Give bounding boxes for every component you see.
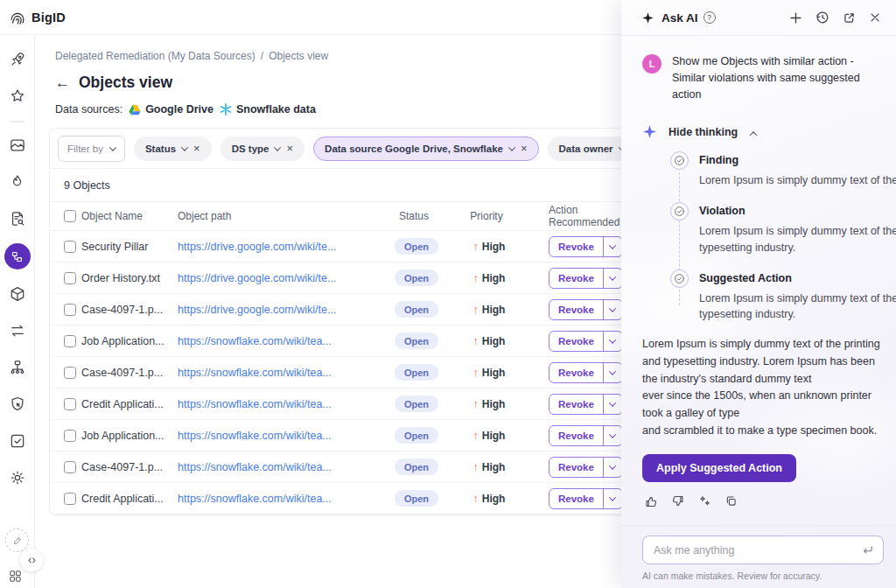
chevron-down-icon[interactable] (274, 144, 281, 150)
object-path-link[interactable]: https://snowflake.com/wiki/tea... (178, 430, 381, 442)
document-search-icon[interactable] (0, 206, 35, 231)
object-path-link[interactable]: https://snowflake.com/wiki/tea... (178, 367, 381, 379)
filter-chip[interactable]: Data source Google Drive, Snowflake × (313, 136, 538, 161)
sitemap-icon[interactable] (0, 355, 35, 380)
revoke-split-button[interactable]: Revoke (549, 236, 623, 257)
revoke-button-label[interactable]: Revoke (550, 363, 603, 382)
object-name: Case-4097-1.p... (81, 304, 178, 316)
history-icon[interactable] (816, 10, 830, 24)
table-row: Job Application... https://snowflake.com… (50, 326, 643, 357)
table-row: Case-4097-1.p... https://snowflake.com/w… (50, 357, 643, 388)
revoke-split-button[interactable]: Revoke (549, 488, 623, 509)
action-dropdown-caret[interactable] (603, 300, 622, 319)
revoke-button-label[interactable]: Revoke (550, 395, 603, 414)
action-dropdown-caret[interactable] (603, 363, 622, 382)
revoke-split-button[interactable]: Revoke (549, 425, 623, 446)
edit-pencil-icon[interactable] (5, 528, 29, 552)
open-in-new-icon[interactable] (843, 11, 856, 24)
flame-icon[interactable] (0, 170, 35, 194)
action-dropdown-caret[interactable] (603, 395, 622, 414)
hide-thinking-toggle[interactable]: Hide thinking (642, 124, 896, 139)
ask-me-anything-input[interactable] (654, 544, 861, 556)
action-dropdown-caret[interactable] (603, 426, 622, 445)
ask-ai-header: Ask AI ? (621, 0, 896, 36)
star-icon[interactable] (0, 84, 35, 108)
revoke-button-label[interactable]: Revoke (550, 489, 603, 508)
back-arrow-icon[interactable]: ← (55, 75, 70, 90)
revoke-split-button[interactable]: Revoke (549, 331, 623, 352)
thumbs-up-icon[interactable] (644, 494, 658, 508)
shield-cursor-icon[interactable] (0, 392, 35, 416)
row-checkbox[interactable] (64, 461, 76, 473)
row-checkbox[interactable] (64, 367, 76, 379)
action-dropdown-caret[interactable] (603, 332, 622, 351)
revoke-button-label[interactable]: Revoke (550, 269, 603, 288)
remove-filter-icon[interactable]: × (286, 142, 293, 155)
breadcrumb-current[interactable]: Objects view (269, 50, 328, 62)
remove-filter-icon[interactable]: × (193, 142, 200, 155)
remediation-workflow-icon[interactable] (0, 243, 35, 270)
action-dropdown-caret[interactable] (603, 237, 622, 256)
cube-icon[interactable] (0, 282, 35, 306)
enter-key-icon[interactable] (861, 543, 874, 556)
status-badge: Open (395, 490, 438, 507)
step-text: Lorem Ipsum is simply dummy text of the … (699, 223, 896, 240)
copy-icon[interactable] (724, 494, 738, 508)
picture-icon[interactable] (0, 133, 35, 158)
revoke-split-button[interactable]: Revoke (549, 394, 623, 415)
close-icon[interactable] (869, 11, 881, 24)
revoke-button-label[interactable]: Revoke (550, 300, 603, 319)
row-checkbox[interactable] (64, 398, 76, 410)
object-path-link[interactable]: https://drive.google.com/wiki/te... (178, 304, 381, 316)
select-all-checkbox[interactable] (64, 210, 76, 222)
object-path-link[interactable]: https://drive.google.com/wiki/te... (178, 272, 381, 284)
checkbox-task-icon[interactable] (0, 429, 35, 453)
transfer-arrows-icon[interactable] (0, 318, 35, 343)
chevron-down-icon[interactable] (508, 144, 515, 150)
gear-icon[interactable] (0, 466, 35, 490)
priority-label: High (482, 430, 506, 442)
revoke-button-label[interactable]: Revoke (550, 458, 603, 477)
row-checkbox[interactable] (64, 335, 76, 347)
chevron-down-icon[interactable] (181, 144, 188, 150)
action-dropdown-caret[interactable] (603, 458, 622, 477)
filter-by-dropdown[interactable]: Filter by (58, 136, 125, 162)
thumbs-down-icon[interactable] (671, 494, 685, 508)
row-checkbox[interactable] (64, 241, 76, 253)
step-text: Lorem Ipsum is simply dummy text of the … (699, 172, 896, 189)
object-path-link[interactable]: https://snowflake.com/wiki/tea... (178, 335, 381, 347)
object-path-link[interactable]: https://snowflake.com/wiki/tea... (178, 398, 381, 410)
priority-cell: ↑ High (452, 461, 526, 473)
filter-chip-label: DS type (232, 144, 270, 154)
priority-up-arrow-icon: ↑ (473, 398, 479, 410)
revoke-button-label[interactable]: Revoke (550, 426, 603, 445)
object-path-link[interactable]: https://snowflake.com/wiki/tea... (178, 493, 381, 505)
app-grid-icon[interactable] (8, 569, 23, 584)
revoke-button-label[interactable]: Revoke (550, 332, 603, 351)
rocket-icon[interactable] (0, 47, 35, 72)
revoke-split-button[interactable]: Revoke (549, 457, 623, 478)
column-status: Status (381, 210, 452, 222)
revoke-button-label[interactable]: Revoke (550, 237, 603, 256)
breadcrumb-parent[interactable]: Delegated Remediation (My Data Sources) (55, 50, 256, 62)
row-checkbox[interactable] (64, 272, 76, 284)
sidebar-collapse-toggle[interactable] (20, 549, 43, 571)
help-icon[interactable]: ? (704, 11, 716, 24)
revoke-split-button[interactable]: Revoke (549, 362, 623, 383)
action-dropdown-caret[interactable] (603, 269, 622, 288)
object-path-link[interactable]: https://drive.google.com/wiki/te... (178, 241, 381, 253)
sparkle-regenerate-icon[interactable] (698, 494, 711, 508)
new-chat-plus-icon[interactable] (789, 11, 802, 24)
action-dropdown-caret[interactable] (603, 489, 622, 508)
remove-filter-icon[interactable]: × (521, 142, 528, 155)
revoke-split-button[interactable]: Revoke (549, 299, 623, 320)
filter-chip[interactable]: Status × (134, 136, 212, 161)
row-checkbox[interactable] (64, 430, 76, 442)
object-path-link[interactable]: https://snowflake.com/wiki/tea... (178, 461, 381, 473)
table-row: Job Application... https://snowflake.com… (50, 420, 643, 452)
row-checkbox[interactable] (64, 304, 76, 316)
revoke-split-button[interactable]: Revoke (549, 268, 623, 289)
apply-suggested-action-button[interactable]: Apply Suggested Action (642, 454, 796, 482)
filter-chip[interactable]: DS type × (220, 136, 304, 161)
row-checkbox[interactable] (64, 493, 76, 505)
